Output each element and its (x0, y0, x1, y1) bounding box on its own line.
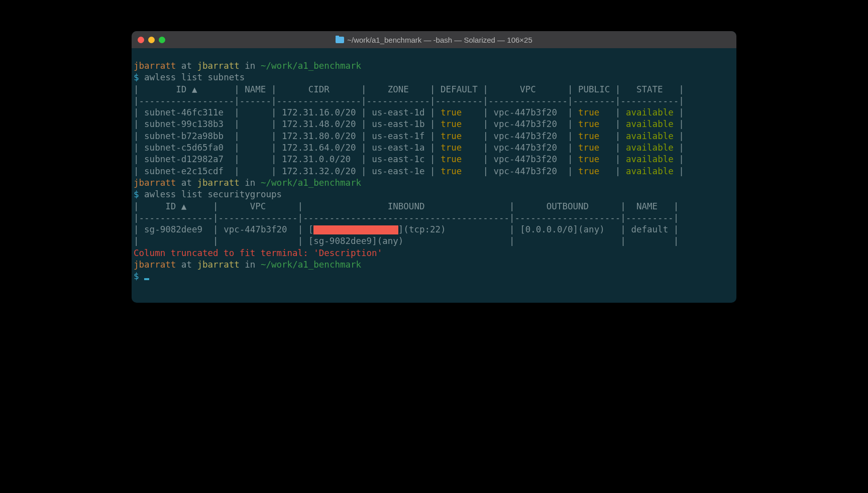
window-title: ~/work/a1_benchmark — -bash — Solarized … (132, 36, 736, 44)
terminal-window: ~/work/a1_benchmark — -bash — Solarized … (132, 31, 736, 303)
folder-icon (336, 37, 344, 43)
titlebar: ~/work/a1_benchmark — -bash — Solarized … (132, 31, 736, 48)
close-button[interactable] (138, 37, 144, 43)
window-title-text: ~/work/a1_benchmark — -bash — Solarized … (347, 36, 532, 44)
minimize-button[interactable] (148, 37, 155, 43)
zoom-button[interactable] (159, 37, 165, 43)
terminal-content[interactable]: jbarratt at jbarratt in ~/work/a1_benchm… (132, 48, 736, 303)
traffic-lights (138, 37, 165, 43)
cursor (144, 278, 149, 280)
redacted-ip: XXXXXXXXXXXXXXXX (313, 225, 398, 234)
